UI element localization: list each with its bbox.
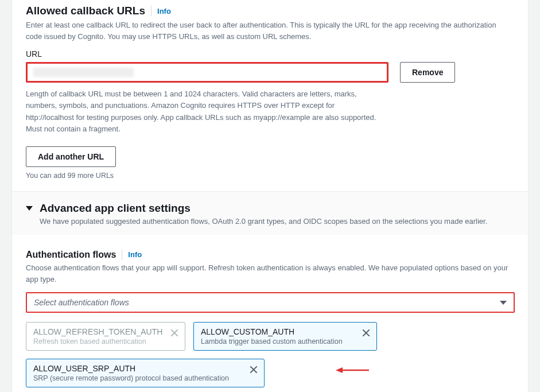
- chip-title: ALLOW_CUSTOM_AUTH: [201, 327, 353, 336]
- annotation-arrow-icon: [336, 367, 370, 374]
- close-icon[interactable]: [249, 365, 258, 374]
- advanced-desc: We have populated suggested authenticati…: [40, 217, 514, 226]
- chip-allow-custom-auth[interactable]: ALLOW_CUSTOM_AUTH Lambda trigger based c…: [193, 322, 377, 351]
- advanced-title: Advanced app client settings: [40, 202, 191, 215]
- add-another-url-button[interactable]: Add another URL: [26, 146, 116, 167]
- auth-desc: Choose authentication flows that your ap…: [26, 262, 514, 285]
- url-row: Remove: [26, 62, 514, 83]
- chip-title: ALLOW_USER_SRP_AUTH: [33, 364, 241, 373]
- select-placeholder: Select authentication flows: [34, 298, 129, 307]
- chip-sub: SRP (secure remote password) protocol ba…: [33, 374, 241, 382]
- callback-title: Allowed callback URLs: [26, 5, 145, 17]
- auth-flows-select[interactable]: Select authentication flows: [26, 292, 515, 313]
- callback-info-link[interactable]: Info: [157, 7, 171, 15]
- auth-flows-section: Authentication flows Info Choose authent…: [11, 235, 529, 392]
- advanced-settings-section: Advanced app client settings We have pop…: [11, 192, 529, 235]
- auth-info-link[interactable]: Info: [128, 250, 142, 259]
- redacted-url-value: [33, 68, 134, 77]
- url-label: URL: [26, 49, 514, 59]
- callback-urls-section: Allowed callback URLs Info Enter at leas…: [11, 0, 529, 192]
- remove-url-button[interactable]: Remove: [400, 62, 455, 83]
- chip-sub: Lambda trigger based custom authenticati…: [201, 337, 353, 346]
- auth-flows-chips: ALLOW_REFRESH_TOKEN_AUTH Refresh token b…: [26, 322, 514, 387]
- svg-marker-1: [336, 367, 343, 373]
- chip-sub: Refresh token based authentication: [33, 337, 162, 346]
- callback-url-input[interactable]: [26, 62, 389, 83]
- chip-allow-user-srp-auth[interactable]: ALLOW_USER_SRP_AUTH SRP (secure remote p…: [26, 359, 265, 387]
- divider: [151, 6, 151, 16]
- callback-header: Allowed callback URLs Info: [26, 5, 514, 17]
- caret-down-icon: [500, 301, 507, 305]
- caret-down-icon: [26, 206, 33, 211]
- auth-title: Authentication flows: [26, 250, 116, 260]
- auth-header: Authentication flows Info: [26, 250, 514, 260]
- divider: [122, 250, 122, 260]
- chip-title: ALLOW_REFRESH_TOKEN_AUTH: [33, 327, 162, 336]
- callback-desc: Enter at least one callback URL to redir…: [26, 20, 514, 42]
- callback-hint: Length of callback URL must be between 1…: [26, 88, 382, 135]
- url-remaining: You can add 99 more URLs: [26, 172, 514, 180]
- chip-allow-refresh-token-auth: ALLOW_REFRESH_TOKEN_AUTH Refresh token b…: [26, 322, 185, 351]
- close-icon: [170, 328, 179, 337]
- close-icon[interactable]: [362, 328, 371, 337]
- advanced-toggle[interactable]: Advanced app client settings: [26, 202, 514, 215]
